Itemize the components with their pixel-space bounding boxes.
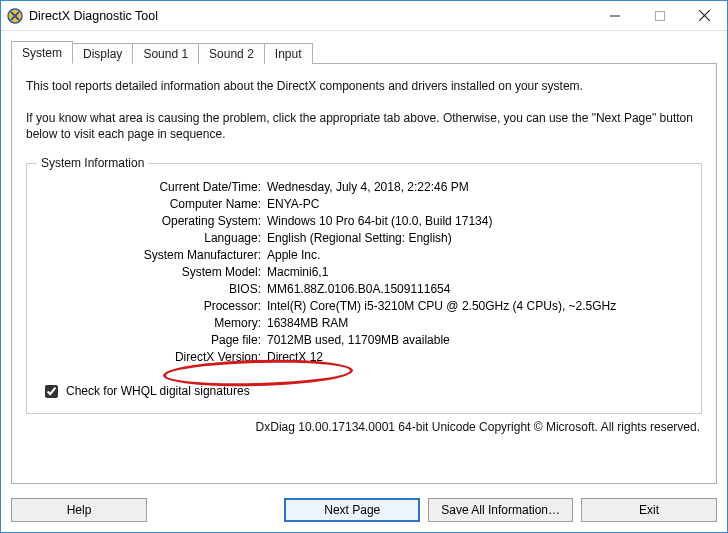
label-directx-version: DirectX Version: bbox=[41, 350, 261, 364]
group-legend: System Information bbox=[37, 156, 148, 170]
label-operating-system: Operating System: bbox=[41, 214, 261, 228]
tab-sound-1[interactable]: Sound 1 bbox=[132, 43, 199, 64]
value-operating-system: Windows 10 Pro 64-bit (10.0, Build 17134… bbox=[267, 214, 687, 228]
label-system-manufacturer: System Manufacturer: bbox=[41, 248, 261, 262]
footer-copyright: DxDiag 10.00.17134.0001 64-bit Unicode C… bbox=[26, 420, 702, 434]
titlebar: DirectX Diagnostic Tool bbox=[1, 1, 727, 31]
label-system-model: System Model: bbox=[41, 265, 261, 279]
value-memory: 16384MB RAM bbox=[267, 316, 687, 330]
tab-system[interactable]: System bbox=[11, 41, 73, 64]
tab-sound-2[interactable]: Sound 2 bbox=[198, 43, 265, 64]
value-language: English (Regional Setting: English) bbox=[267, 231, 687, 245]
tab-page-system: This tool reports detailed information a… bbox=[11, 63, 717, 484]
value-directx-version: DirectX 12 bbox=[267, 350, 687, 364]
dxdiag-window: DirectX Diagnostic Tool System Display S… bbox=[0, 0, 728, 533]
label-page-file: Page file: bbox=[41, 333, 261, 347]
label-bios: BIOS: bbox=[41, 282, 261, 296]
tab-strip: System Display Sound 1 Sound 2 Input bbox=[11, 41, 717, 63]
label-current-datetime: Current Date/Time: bbox=[41, 180, 261, 194]
minimize-button[interactable] bbox=[592, 1, 637, 30]
save-all-information-button[interactable]: Save All Information… bbox=[428, 498, 573, 522]
intro-text: This tool reports detailed information a… bbox=[26, 76, 702, 159]
window-controls bbox=[592, 1, 727, 30]
intro-line-1: This tool reports detailed information a… bbox=[26, 78, 702, 94]
value-page-file: 7012MB used, 11709MB available bbox=[267, 333, 687, 347]
window-title: DirectX Diagnostic Tool bbox=[29, 9, 592, 23]
help-button[interactable]: Help bbox=[11, 498, 147, 522]
value-system-model: Macmini6,1 bbox=[267, 265, 687, 279]
close-button[interactable] bbox=[682, 1, 727, 30]
value-bios: MM61.88Z.0106.B0A.1509111654 bbox=[267, 282, 687, 296]
client-area: System Display Sound 1 Sound 2 Input Thi… bbox=[1, 31, 727, 490]
label-processor: Processor: bbox=[41, 299, 261, 313]
intro-line-2: If you know what area is causing the pro… bbox=[26, 110, 702, 142]
label-computer-name: Computer Name: bbox=[41, 197, 261, 211]
value-system-manufacturer: Apple Inc. bbox=[267, 248, 687, 262]
info-rows: Current Date/Time: Wednesday, July 4, 20… bbox=[41, 180, 687, 364]
maximize-button[interactable] bbox=[637, 1, 682, 30]
system-information-group: System Information Current Date/Time: We… bbox=[26, 163, 702, 414]
value-current-datetime: Wednesday, July 4, 2018, 2:22:46 PM bbox=[267, 180, 687, 194]
label-language: Language: bbox=[41, 231, 261, 245]
label-memory: Memory: bbox=[41, 316, 261, 330]
exit-button[interactable]: Exit bbox=[581, 498, 717, 522]
svg-rect-2 bbox=[655, 11, 664, 20]
whql-checkbox-row: Check for WHQL digital signatures bbox=[41, 382, 687, 401]
app-icon bbox=[7, 8, 23, 24]
value-computer-name: ENYA-PC bbox=[267, 197, 687, 211]
whql-checkbox[interactable] bbox=[45, 385, 58, 398]
button-bar-spacer bbox=[155, 498, 276, 522]
next-page-button[interactable]: Next Page bbox=[284, 498, 420, 522]
whql-checkbox-label[interactable]: Check for WHQL digital signatures bbox=[66, 384, 250, 398]
button-bar: Help Next Page Save All Information… Exi… bbox=[1, 490, 727, 532]
value-processor: Intel(R) Core(TM) i5-3210M CPU @ 2.50GHz… bbox=[267, 299, 687, 313]
tab-display[interactable]: Display bbox=[72, 43, 133, 64]
tab-input[interactable]: Input bbox=[264, 43, 313, 64]
